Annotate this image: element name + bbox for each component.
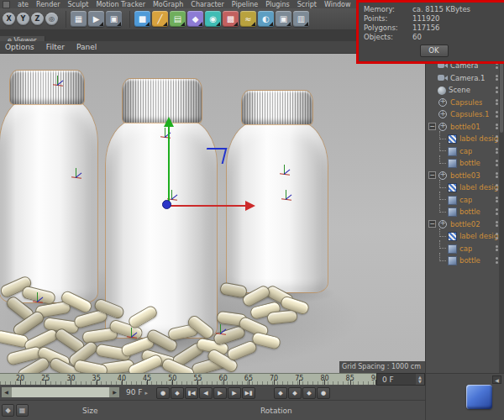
render-visibility-dot[interactable] (496, 213, 498, 215)
render-visibility-dot[interactable] (496, 151, 498, 154)
timeline-h-scrollbar[interactable]: ◀ ▶ (2, 387, 119, 397)
editor-visibility-dot[interactable] (496, 111, 498, 113)
editor-visibility-dot[interactable] (496, 197, 498, 199)
frame-spinner[interactable]: 0 F ▲▼ (376, 373, 425, 386)
axis-y-lock-button[interactable]: Y (17, 13, 29, 25)
editor-visibility-dot[interactable] (496, 233, 498, 235)
extrude-generator-button[interactable]: ◆ (187, 11, 203, 27)
expander-icon[interactable]: − (428, 171, 436, 179)
menu-pipeline[interactable]: Pipeline (232, 1, 258, 8)
object-row-scene[interactable]: Scene (426, 84, 504, 97)
editor-visibility-dot[interactable] (496, 99, 498, 102)
editor-visibility-dot[interactable] (496, 123, 498, 126)
render-visibility-dot[interactable] (496, 200, 498, 202)
editor-visibility-dot[interactable] (496, 148, 498, 150)
axis-z-lock-button[interactable]: Z (31, 13, 44, 25)
render-view-button[interactable]: ▦ (71, 11, 87, 27)
scene-camera-button[interactable]: ▣ (276, 11, 291, 27)
viewport-menu-filter[interactable]: Filter (46, 43, 65, 51)
visibility-dots[interactable] (496, 148, 498, 155)
object-row-cap[interactable]: cap (426, 145, 504, 158)
viewport-menu-panel[interactable]: Panel (76, 43, 97, 51)
render-visibility-dot[interactable] (496, 224, 498, 227)
record-position-button[interactable]: ◆ (274, 387, 287, 399)
visibility-dots[interactable] (496, 123, 498, 130)
autokey-button[interactable]: ◆ (171, 387, 184, 399)
spline-pen-button[interactable]: ╱ (152, 11, 168, 27)
render-visibility-dot[interactable] (496, 78, 498, 81)
gizmo-origin-handle[interactable] (162, 200, 171, 209)
menu-motion-tracker[interactable]: Motion Tracker (96, 1, 145, 8)
record-rotation-button[interactable]: ◆ (302, 387, 316, 399)
coordinate-bar-icon[interactable]: ▦ (16, 404, 29, 417)
object-row-capsules[interactable]: Capsules (426, 97, 504, 109)
object-row-camera-1[interactable]: Camera.1 (426, 72, 504, 85)
menu-script[interactable]: Script (297, 1, 317, 8)
editor-visibility-dot[interactable] (496, 184, 498, 186)
visibility-dots[interactable] (496, 257, 498, 264)
goto-start-button[interactable]: ▮◀ (185, 387, 198, 399)
capsule[interactable] (127, 304, 160, 330)
viewport-3d[interactable]: Grid Spacing : 1000 cm (0, 54, 425, 373)
expander-icon[interactable]: − (428, 220, 436, 228)
menu-plugins[interactable]: Plugins (265, 1, 290, 8)
end-frame-popup-arrow[interactable]: ▸ (144, 390, 148, 396)
visibility-dots[interactable] (496, 135, 498, 142)
object-row-bottle[interactable]: bottle (426, 206, 504, 218)
expander-icon[interactable]: − (428, 123, 436, 130)
menu-mograph[interactable]: MoGraph (153, 1, 183, 8)
editor-visibility-dot[interactable] (496, 87, 498, 89)
visibility-dots[interactable] (496, 172, 498, 179)
simulate-button[interactable]: ◐ (258, 11, 274, 27)
menu-window[interactable]: Window (324, 1, 351, 8)
coordinate-bar-icon[interactable]: ◆ (2, 404, 14, 417)
render-visibility-dot[interactable] (496, 188, 498, 191)
scroll-left-arrow-icon[interactable]: ◀ (2, 387, 11, 397)
menu-sculpt[interactable]: Sculpt (67, 1, 88, 8)
visibility-dots[interactable] (496, 245, 498, 252)
display-mode-button[interactable]: ▥ (293, 11, 309, 27)
visibility-dots[interactable] (496, 208, 498, 215)
visibility-dots[interactable] (496, 233, 498, 239)
object-row-label-design[interactable]: label design (426, 133, 504, 145)
object-row-capsules-1[interactable]: Capsules.1 (426, 108, 504, 121)
editor-visibility-dot[interactable] (496, 257, 498, 260)
capsule[interactable] (73, 359, 108, 373)
capsule-pile[interactable] (0, 54, 425, 373)
visibility-dots[interactable] (496, 184, 498, 191)
render-visibility-dot[interactable] (496, 237, 498, 239)
render-visibility-dot[interactable] (496, 261, 498, 264)
next-frame-button[interactable]: ▶ (228, 387, 241, 399)
render-visibility-dot[interactable] (496, 127, 498, 129)
editor-visibility-dot[interactable] (496, 245, 498, 248)
mograph-cloner-button[interactable]: ◉ (205, 11, 221, 27)
capsule[interactable] (219, 281, 248, 298)
gizmo-x-arrowhead[interactable] (245, 201, 255, 211)
render-visibility-dot[interactable] (496, 139, 498, 142)
frame-stepper-arrows[interactable]: ▲▼ (416, 374, 424, 385)
object-row-cap[interactable]: cap (426, 243, 504, 255)
editor-visibility-dot[interactable] (496, 160, 498, 162)
scroll-right-arrow-icon[interactable]: ▶ (110, 387, 119, 397)
blue-cube-icon[interactable] (466, 385, 492, 409)
workplane-mode-button[interactable]: ◎ (45, 13, 58, 25)
render-visibility-dot[interactable] (496, 115, 498, 118)
gizmo-y-axis[interactable] (168, 126, 170, 207)
fields-button[interactable]: ▩ (223, 11, 239, 27)
collapse-arrow-button[interactable]: ◀ (492, 375, 501, 384)
record-scale-button[interactable]: ◆ (288, 387, 302, 399)
menu-ate[interactable]: ate (18, 1, 29, 8)
object-row-label-design[interactable]: label design (426, 230, 504, 243)
object-row-bottle[interactable]: bottle (426, 157, 504, 170)
render-visibility-dot[interactable] (496, 66, 498, 69)
gizmo-x-axis[interactable] (170, 205, 245, 207)
record-parameter-button[interactable]: ● (317, 387, 330, 399)
menu-character[interactable]: Character (191, 1, 224, 8)
editor-visibility-dot[interactable] (496, 172, 498, 175)
axis-x-lock-button[interactable]: X (3, 13, 15, 25)
object-row-label-design[interactable]: label design (426, 181, 504, 194)
render-visibility-dot[interactable] (496, 176, 498, 178)
gizmo-y-arrowhead[interactable] (164, 117, 174, 127)
viewport-menu-options[interactable]: Options (5, 43, 34, 51)
object-row-bottle01[interactable]: −bottle01 (426, 121, 504, 134)
